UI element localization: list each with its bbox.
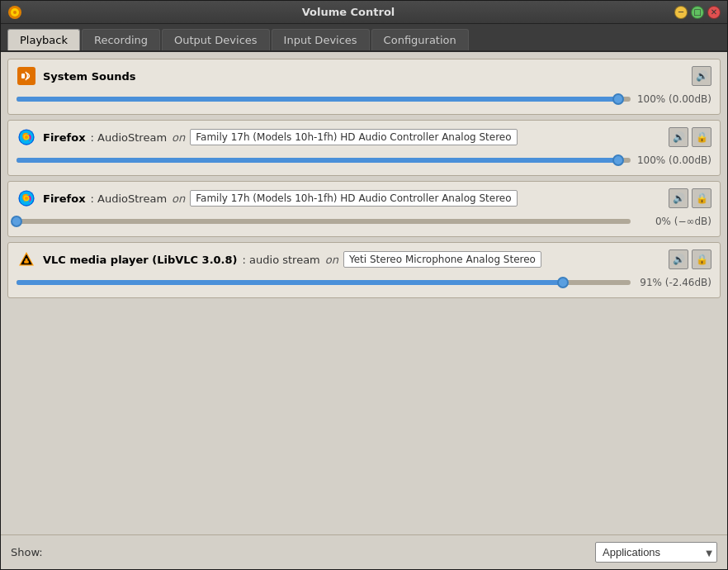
system-sounds-mute-button[interactable]: 🔊 [692,66,711,86]
lock-icon: 🔒 [696,254,708,265]
firefox-2-controls: 🔊 🔒 [669,188,711,208]
firefox-1-mute-button[interactable]: 🔊 [669,127,688,147]
svg-rect-3 [21,74,25,78]
lock-icon: 🔒 [696,192,708,204]
firefox-2-name: Firefox [43,192,86,205]
svg-point-9 [25,197,28,200]
firefox-2-icon [17,188,36,208]
card-system-sounds: System Sounds 🔊 100% (0.00dB) [7,59,721,115]
tab-output-devices[interactable]: Output Devices [162,29,270,50]
bottom-bar: Show: Applications All streams Applicati… [1,534,727,569]
firefox-2-lock-button[interactable]: 🔒 [692,188,711,208]
lock-icon: 🔒 [696,131,708,143]
vlc-name: VLC media player (LibVLC 3.0.8) [43,254,238,266]
firefox-1-volume-label: 100% (0.00dB) [637,154,711,166]
content-spacer [7,303,721,528]
firefox-2-mute-button[interactable]: 🔊 [669,188,688,208]
speaker-icon: 🔊 [673,131,685,143]
firefox-2-device: Family 17h (Models 10h-1fh) HD Audio Con… [190,190,517,207]
speaker-icon: 🔊 [696,70,708,82]
tab-input-devices[interactable]: Input Devices [272,29,370,50]
app-icon [7,5,22,20]
firefox-2-slider[interactable] [17,213,631,230]
firefox-2-on: on [172,192,185,205]
main-window: Volume Control ─ □ ✕ Playback Recording … [0,0,728,570]
system-sounds-volume-label: 100% (0.00dB) [637,93,711,105]
firefox-1-device: Family 17h (Models 10h-1fh) HD Audio Con… [190,129,517,145]
vlc-icon [17,249,36,269]
vlc-on: on [325,254,338,266]
system-sounds-slider[interactable] [17,91,631,107]
vlc-device: Yeti Stereo Microphone Analog Stereo [343,251,541,268]
card-firefox-1: Firefox : AudioStream on Family 17h (Mod… [7,120,721,176]
vlc-volume-label: 91% (-2.46dB) [637,277,711,288]
firefox-1-icon [17,127,36,147]
firefox-2-stream: : AudioStream [91,192,168,205]
tabs-bar: Playback Recording Output Devices Input … [1,24,727,52]
vlc-controls: 🔊 🔒 [669,249,711,269]
main-content: System Sounds 🔊 100% (0.00dB) [1,52,727,534]
speaker-icon: 🔊 [673,254,685,265]
firefox-1-name: Firefox [43,131,86,144]
tab-playback[interactable]: Playback [7,29,80,50]
firefox-1-stream: : AudioStream [91,131,168,144]
svg-point-6 [25,135,28,139]
vlc-slider-row: 91% (-2.46dB) [17,274,711,291]
minimize-button[interactable]: ─ [674,6,688,19]
system-sounds-icon [17,66,36,86]
card-firefox-2: Firefox : AudioStream on Family 17h (Mod… [7,181,721,237]
svg-point-2 [13,11,17,14]
system-sounds-controls: 🔊 [692,66,711,86]
system-sounds-slider-row: 100% (0.00dB) [17,91,711,107]
maximize-button[interactable]: □ [691,6,704,19]
firefox-2-slider-row: 0% (−∞dB) [17,213,711,230]
firefox-1-slider-row: 100% (0.00dB) [17,152,711,169]
window-title: Volume Control [22,6,674,18]
system-sounds-label: System Sounds [43,70,136,83]
show-select-wrapper[interactable]: Applications All streams Application str… [595,542,717,563]
svg-rect-13 [26,259,28,261]
vlc-slider[interactable] [17,274,631,291]
vlc-mute-button[interactable]: 🔊 [669,249,688,269]
tab-configuration[interactable]: Configuration [371,29,469,50]
titlebar: Volume Control ─ □ ✕ [1,1,727,24]
firefox-1-on: on [172,131,185,144]
show-select[interactable]: Applications All streams Application str… [595,542,717,563]
card-vlc: VLC media player (LibVLC 3.0.8) : audio … [7,242,721,298]
firefox-1-slider[interactable] [17,152,631,169]
show-label: Show: [11,546,43,558]
vlc-stream: : audio stream [243,254,320,266]
firefox-1-controls: 🔊 🔒 [669,127,711,147]
firefox-1-lock-button[interactable]: 🔒 [692,127,711,147]
vlc-lock-button[interactable]: 🔒 [692,249,711,269]
firefox-2-volume-label: 0% (−∞dB) [637,216,711,227]
speaker-icon: 🔊 [673,192,685,204]
tab-recording[interactable]: Recording [82,29,160,50]
close-button[interactable]: ✕ [707,6,721,19]
window-controls: ─ □ ✕ [674,6,721,19]
